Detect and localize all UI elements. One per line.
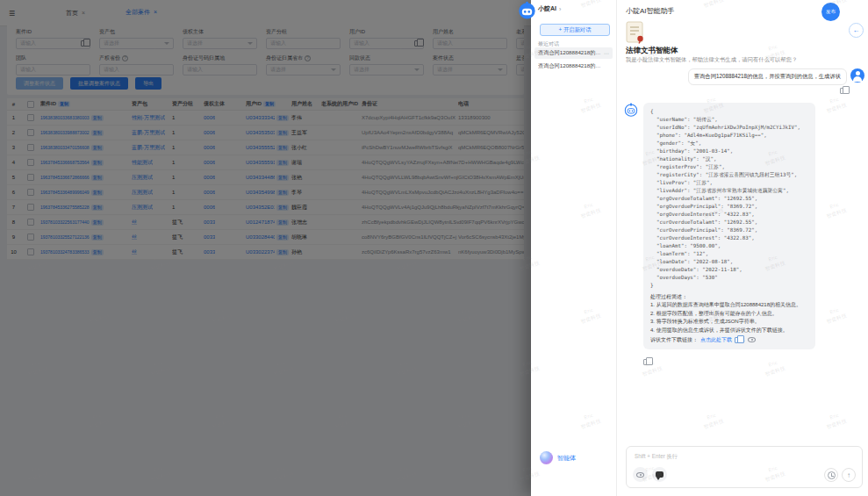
process-step: 1. 从返回的数据库查询结果中提取合同1208884218的相关信息。 bbox=[650, 301, 808, 310]
process-step: 4. 使用提取的信息生成诉状，并提供诉状文件的下载链接。 bbox=[650, 327, 808, 335]
case-management-area: ≡ 首页 × 全部案件 × 案件ID ? bbox=[0, 0, 531, 496]
user-message-bubble: 查询合同1208884218的信息，并按查询到的信息，生成诉状 bbox=[688, 68, 847, 85]
clock-icon bbox=[828, 471, 836, 479]
conversation-item[interactable]: 查询合同1208884218的信息 ⋯ bbox=[534, 47, 613, 59]
eye-icon bbox=[636, 472, 644, 478]
copy-icon[interactable] bbox=[840, 88, 845, 94]
input-right-tools: ↑ bbox=[824, 468, 856, 482]
message-list: 查询合同1208884218的信息，并按查询到的信息，生成诉状 { "userN… bbox=[617, 65, 868, 442]
collapse-button[interactable]: ← bbox=[849, 23, 864, 38]
speech-bubble-icon bbox=[656, 471, 664, 478]
more-icon[interactable]: ⋯ bbox=[604, 50, 609, 56]
user-message-row: 查询合同1208884218的信息，并按查询到的信息，生成诉状 bbox=[617, 68, 868, 85]
chevron-right-icon[interactable]: › bbox=[559, 6, 561, 12]
ai-message-actions bbox=[617, 353, 868, 369]
download-link[interactable]: 点击此处下载 bbox=[700, 336, 732, 344]
ai-drawer: 小靛AI › + 开启新对话 最近对话 查询合同1208884218的信息 ⋯ … bbox=[531, 0, 616, 496]
agent-title: 法律文书智能体 bbox=[626, 46, 678, 56]
download-label: 诉状文件下载链接： bbox=[650, 336, 698, 344]
conversation-item-label: 查询合同1208884218的信息 bbox=[538, 49, 603, 57]
brand-name: 小靛AI bbox=[538, 4, 556, 13]
publish-button[interactable]: 发布 bbox=[821, 3, 840, 21]
dim-overlay[interactable] bbox=[0, 0, 531, 496]
new-conversation-button[interactable]: + 开启新对话 bbox=[540, 24, 610, 36]
json-result-block: { "userName": "胡传云", "userIdNo": "zqUfmA… bbox=[650, 108, 808, 290]
send-button[interactable]: ↑ bbox=[842, 468, 856, 482]
chat-input[interactable]: Shift + Enter 换行 ↑ bbox=[626, 446, 863, 488]
input-left-tools bbox=[633, 467, 667, 482]
process-step: 3. 将字段转换为标准形式，生成JSON字符串。 bbox=[650, 318, 808, 327]
conversation-item[interactable]: 查询合同1208884218的信息 bbox=[534, 61, 613, 72]
arrow-left-icon: ← bbox=[853, 26, 860, 34]
send-arrow-icon: ↑ bbox=[847, 471, 850, 479]
agent-sphere-icon[interactable] bbox=[540, 451, 553, 464]
user-avatar bbox=[850, 68, 864, 83]
legal-document-icon bbox=[626, 21, 645, 44]
ai-avatar-robot-icon bbox=[624, 103, 638, 117]
conversation-item-label: 查询合同1208884218的信息 bbox=[538, 62, 603, 70]
app-root: ≡ 首页 × 全部案件 × 案件ID ? bbox=[0, 0, 868, 496]
assistant-panel: 小靛AI智能助手 发布 ← 法律文书智能体 我是小靛法律文书智能体，帮助法律文书… bbox=[616, 0, 868, 496]
process-title: 处理过程简述： bbox=[650, 293, 808, 302]
input-placeholder: Shift + Enter 换行 bbox=[635, 453, 678, 461]
process-steps: 1. 从返回的数据库查询结果中提取合同1208884218的相关信息。2. 根据… bbox=[650, 301, 808, 334]
download-line: 诉状文件下载链接： 点击此处下载 ↓ bbox=[650, 336, 808, 344]
ai-message-bubble: { "userName": "胡传云", "userIdNo": "zqUfmA… bbox=[643, 103, 815, 349]
user-message-actions bbox=[617, 88, 868, 94]
agents-link[interactable]: 智能体 bbox=[557, 454, 576, 463]
ai-message-row: { "userName": "胡传云", "userIdNo": "zqUfmA… bbox=[617, 103, 868, 349]
assistant-title: 小靛AI智能助手 bbox=[626, 6, 675, 16]
process-step: 2. 根据字段匹配值，整理出所有可能存在的个人信息。 bbox=[650, 310, 808, 319]
preview-eye-icon[interactable] bbox=[748, 337, 756, 342]
ai-robot-icon[interactable] bbox=[518, 1, 536, 19]
copy-icon[interactable] bbox=[643, 359, 649, 365]
drawer-footer: 智能体 bbox=[540, 451, 576, 464]
preview-tool-button[interactable] bbox=[633, 467, 648, 482]
copy-icon[interactable] bbox=[735, 337, 740, 343]
drawer-header: 小靛AI › bbox=[538, 4, 561, 13]
agent-description: 我是小靛法律文书智能体，帮助法律文书生成，请问有什么可以帮您？ bbox=[626, 56, 854, 64]
feedback-tool-button[interactable] bbox=[652, 467, 667, 482]
history-button[interactable] bbox=[824, 468, 838, 482]
